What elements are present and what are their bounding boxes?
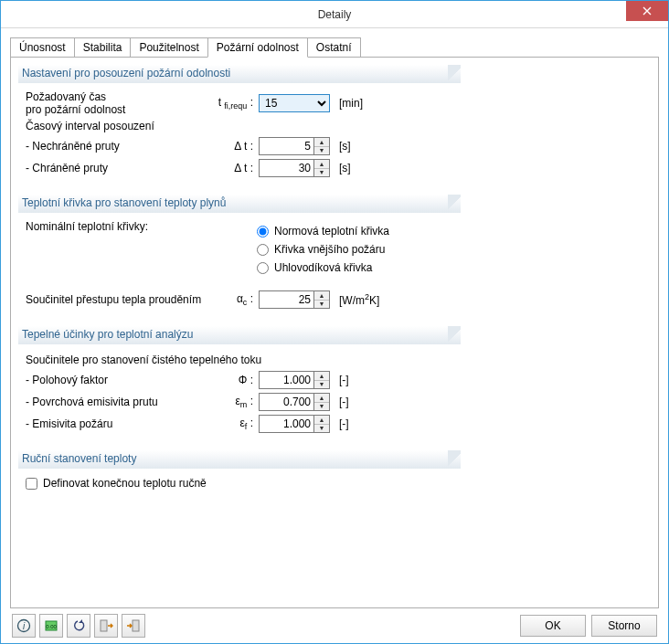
help-icon: i <box>16 618 31 633</box>
group-header-settings: Nastavení pro posouzení požární odolnost… <box>18 65 461 83</box>
tab-stabilita[interactable]: Stabilita <box>74 37 132 58</box>
label-epsf: - Emisivita požáru <box>24 417 211 430</box>
export-icon <box>126 618 141 633</box>
tab-pouzitelnost[interactable]: Použitelnost <box>130 37 207 58</box>
phi-spinner[interactable]: ▲▼ <box>313 371 330 389</box>
unit-dimless2: [-] <box>334 396 349 408</box>
tab-pozarni-odolnost[interactable]: Požární odolnost <box>207 37 308 58</box>
units-icon: 0.00 <box>44 618 58 633</box>
symbol-alphac: αc : <box>211 292 259 307</box>
tabstrip: Únosnost Stabilita Použitelnost Požární … <box>10 37 659 58</box>
protected-dt-input[interactable] <box>259 159 313 177</box>
svg-text:i: i <box>23 621 26 631</box>
symbol-epsf: εf : <box>211 417 259 431</box>
tab-ostatni[interactable]: Ostatní <box>307 37 361 58</box>
unit-min: [min] <box>334 97 363 110</box>
toolbar-button-import[interactable] <box>94 614 118 638</box>
phi-input[interactable] <box>259 371 313 389</box>
toolbar-button-units[interactable]: 0.00 <box>39 614 63 638</box>
label-netflux: Součinitele pro stanovení čistého tepeln… <box>26 354 455 366</box>
group-header-manual: Ruční stanovení teploty <box>18 450 461 469</box>
svg-text:0.00: 0.00 <box>46 624 57 629</box>
group-header-tempcurve: Teplotní křivka pro stanovení teploty pl… <box>18 195 461 213</box>
unit-s2: [s] <box>334 162 351 174</box>
unit-wm2k: [W/m2K] <box>334 292 379 307</box>
window-title: Detaily <box>1 8 668 21</box>
alpha-c-input[interactable] <box>259 290 313 309</box>
symbol-tfirequ: t fi,requ : <box>211 96 259 111</box>
toolbar-button-export[interactable] <box>122 614 145 638</box>
label-nominal-curves: Nominální teplotní křivky: <box>24 220 257 233</box>
label-alpha-c: Součinitel přestupu tepla prouděním <box>24 293 211 306</box>
unprotected-dt-spinner[interactable]: ▲▼ <box>313 137 330 155</box>
close-button[interactable] <box>626 1 668 21</box>
radio-hydrocarbon[interactable]: Uhlovodíková křivka <box>257 259 455 277</box>
ok-button[interactable]: OK <box>520 615 586 637</box>
svg-rect-5 <box>133 620 139 631</box>
import-icon <box>99 618 113 633</box>
label-phi: - Polohový faktor <box>24 374 211 386</box>
protected-dt-spinner[interactable]: ▲▼ <box>313 159 330 177</box>
unit-dimless3: [-] <box>334 417 349 430</box>
toolbar-button-reset[interactable] <box>67 614 90 638</box>
symbol-dt1: Δ t : <box>211 140 259 153</box>
symbol-phi: Φ : <box>211 374 259 386</box>
radio-standard-curve[interactable]: Normová teplotní křivka <box>257 222 455 240</box>
tab-unosnost[interactable]: Únosnost <box>10 37 75 58</box>
group-header-thermal: Tepelné účinky pro teplotní analýzu <box>18 326 461 344</box>
unit-dimless1: [-] <box>334 374 349 386</box>
symbol-dt2: Δ t : <box>211 162 259 174</box>
epsm-spinner[interactable]: ▲▼ <box>313 393 330 411</box>
right-panel <box>468 65 651 600</box>
titlebar: Detaily <box>1 1 668 28</box>
svg-rect-4 <box>101 620 107 631</box>
label-unprotected: - Nechráněné pruty <box>24 140 211 153</box>
epsf-spinner[interactable]: ▲▼ <box>313 415 330 433</box>
reset-icon <box>71 618 86 633</box>
close-icon <box>642 6 652 16</box>
required-time-select[interactable]: 15 <box>259 94 330 112</box>
alpha-c-spinner[interactable]: ▲▼ <box>313 290 330 309</box>
label-epsm: - Povrchová emisivita prutu <box>24 396 211 408</box>
unprotected-dt-input[interactable] <box>259 137 313 155</box>
label-required-time: Požadovaný čas pro požární odolnost <box>24 90 211 116</box>
toolbar-button-help[interactable]: i <box>12 614 36 638</box>
symbol-epsm: εm : <box>211 395 259 409</box>
cancel-button[interactable]: Storno <box>591 615 657 637</box>
epsf-input[interactable] <box>259 415 313 433</box>
checkbox-define-final-temp[interactable]: Definovat konečnou teplotu ručně <box>26 474 455 492</box>
epsm-input[interactable] <box>259 393 313 411</box>
label-protected: - Chráněné pruty <box>24 162 211 174</box>
label-time-interval: Časový interval posouzení <box>26 120 455 132</box>
radio-external-fire[interactable]: Křivka vnějšího požáru <box>257 240 455 259</box>
unit-s1: [s] <box>334 140 351 153</box>
